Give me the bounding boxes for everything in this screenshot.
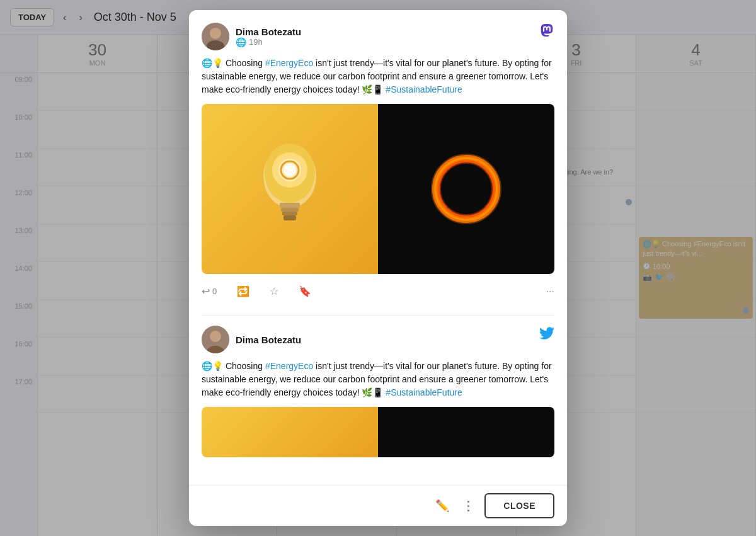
post-divider	[202, 315, 554, 316]
more-options-icon: ⋮	[462, 499, 474, 513]
post-images-1	[202, 104, 554, 274]
reply-count-1: 0	[212, 287, 217, 296]
hashtag-energyeco-2[interactable]: #EnergyEco	[265, 361, 313, 371]
svg-point-1	[210, 28, 221, 39]
svg-point-17	[438, 161, 494, 217]
reply-icon-1: ↩	[202, 285, 210, 297]
svg-rect-11	[282, 212, 297, 215]
post-header-2: Dima Botezatu	[202, 326, 554, 353]
post-card-2: Dima Botezatu 🌐💡 Choosing #EnergyEco isn…	[202, 326, 554, 457]
edit-icon: ✏️	[435, 499, 449, 512]
more-options-button[interactable]: ⋮	[459, 496, 477, 516]
post-detail-modal: Dima Botezatu 🌐 19h	[189, 10, 567, 526]
post-actions-1: ↩ 0 🔁 ☆ 🔖 ·	[202, 283, 554, 300]
svg-point-18	[433, 156, 499, 222]
close-button[interactable]: CLOSE	[484, 493, 554, 518]
twitter-platform-icon	[539, 326, 554, 344]
svg-point-20	[210, 331, 221, 342]
post-card-1: Dima Botezatu 🌐 19h	[202, 23, 554, 300]
hashtag-energyeco-1[interactable]: #EnergyEco	[265, 58, 313, 68]
post-author-2: Dima Botezatu	[236, 334, 554, 345]
svg-rect-9	[280, 203, 300, 208]
modal-overlay[interactable]: Dima Botezatu 🌐 19h	[0, 0, 756, 536]
modal-body[interactable]: Dima Botezatu 🌐 19h	[189, 10, 567, 485]
post-header-1: Dima Botezatu 🌐 19h	[202, 23, 554, 50]
post-meta-1: Dima Botezatu 🌐 19h	[236, 26, 554, 47]
post-images-2	[202, 407, 554, 457]
post-time-row-1: 🌐 19h	[236, 37, 554, 47]
svg-rect-12	[284, 215, 296, 220]
calendar-background: TODAY ‹ › Oct 30th - Nov 5 09:00 10:00 1…	[0, 0, 756, 536]
retweet-button-1[interactable]: 🔁	[237, 285, 249, 297]
svg-point-2	[207, 43, 224, 50]
reply-button-1[interactable]: ↩ 0	[202, 285, 217, 297]
post-image-bulb	[202, 104, 378, 274]
retweet-icon-1: 🔁	[237, 285, 249, 297]
modal-footer: ✏️ ⋮ CLOSE	[189, 485, 567, 526]
post-text-2: 🌐💡 Choosing #EnergyEco isn't just trendy…	[202, 360, 554, 399]
svg-point-7	[284, 164, 296, 176]
post-time-1: 19h	[249, 37, 263, 47]
post-image-2-left	[202, 407, 378, 457]
post-text-1: 🌐💡 Choosing #EnergyEco isn't just trendy…	[202, 57, 554, 96]
star-icon-1: ☆	[270, 285, 278, 297]
more-button-1[interactable]: ···	[546, 286, 554, 297]
svg-rect-10	[281, 208, 299, 212]
bookmark-icon-1: 🔖	[299, 285, 311, 297]
hashtag-sustainablefuture-2[interactable]: #SustainableFuture	[386, 387, 462, 397]
star-button-1[interactable]: ☆	[270, 285, 278, 297]
globe-icon-1: 🌐	[236, 37, 246, 47]
avatar-2	[202, 326, 229, 353]
edit-icon-button[interactable]: ✏️	[433, 496, 452, 515]
avatar-1	[202, 23, 229, 50]
bookmark-button-1[interactable]: 🔖	[299, 285, 311, 297]
post-image-ring	[378, 104, 554, 274]
post-image-2-right	[378, 407, 554, 457]
avatar-face-1	[202, 23, 229, 50]
mastodon-platform-icon	[539, 23, 554, 41]
more-icon-1: ···	[546, 286, 554, 297]
post-author-1: Dima Botezatu	[236, 26, 554, 37]
post-meta-2: Dima Botezatu	[236, 334, 554, 345]
hashtag-sustainablefuture-1[interactable]: #SustainableFuture	[386, 84, 462, 94]
